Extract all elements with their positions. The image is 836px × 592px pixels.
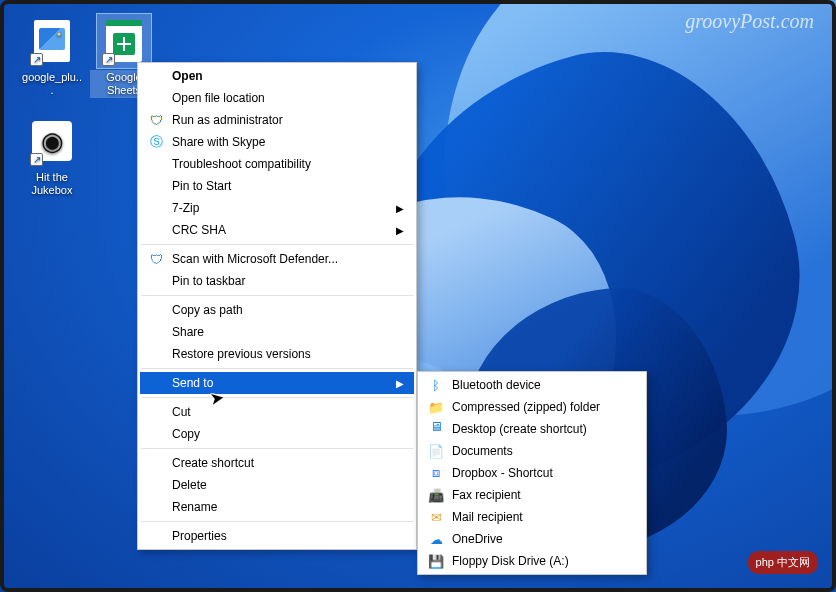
onedrive-icon: ☁ <box>428 531 444 547</box>
submenu-item-label: Fax recipient <box>452 488 521 502</box>
submenu-item-label: Floppy Disk Drive (A:) <box>452 554 569 568</box>
floppy-icon: 💾 <box>428 553 444 569</box>
submenu-item-mail[interactable]: ✉Mail recipient <box>420 506 644 528</box>
watermark-text: groovyPost.com <box>685 10 814 33</box>
menu-separator <box>141 295 413 296</box>
shield-icon: 🛡 <box>148 112 164 128</box>
submenu-item-onedrive[interactable]: ☁OneDrive <box>420 528 644 550</box>
menu-separator <box>141 397 413 398</box>
send-to-submenu: ᛒBluetooth device📁Compressed (zipped) fo… <box>417 371 647 575</box>
fax-icon: 📠 <box>428 487 444 503</box>
desktop-icon-label: google_plu... <box>18 70 86 98</box>
menu-item-label: CRC SHA <box>172 223 226 237</box>
submenu-item-floppy[interactable]: 💾Floppy Disk Drive (A:) <box>420 550 644 572</box>
shortcut-overlay-icon: ↗ <box>30 153 43 166</box>
menu-item-label: Scan with Microsoft Defender... <box>172 252 338 266</box>
menu-separator <box>141 368 413 369</box>
shortcut-overlay-icon: ↗ <box>30 53 43 66</box>
submenu-arrow-icon: ▶ <box>396 378 404 389</box>
menu-item-copy[interactable]: Copy <box>140 423 414 445</box>
submenu-item-label: Dropbox - Shortcut <box>452 466 553 480</box>
menu-item-label: 7-Zip <box>172 201 199 215</box>
submenu-arrow-icon: ▶ <box>396 203 404 214</box>
shortcut-overlay-icon: ↗ <box>102 53 115 66</box>
submenu-item-label: OneDrive <box>452 532 503 546</box>
menu-item-delete[interactable]: Delete <box>140 474 414 496</box>
desktop-icon-google-plus[interactable]: ↗ google_plu... <box>18 14 86 98</box>
skype-icon: Ⓢ <box>148 134 164 150</box>
menu-item-label: Open <box>172 69 203 83</box>
desktop-icon-label: Hit the Jukebox <box>18 170 86 198</box>
menu-item-run-admin[interactable]: 🛡Run as administrator <box>140 109 414 131</box>
bluetooth-icon: ᛒ <box>428 377 444 393</box>
menu-item-label: Send to <box>172 376 213 390</box>
submenu-item-dropbox[interactable]: ⧈Dropbox - Shortcut <box>420 462 644 484</box>
submenu-item-label: Documents <box>452 444 513 458</box>
menu-item-properties[interactable]: Properties <box>140 525 414 547</box>
menu-item-troubleshoot[interactable]: Troubleshoot compatibility <box>140 153 414 175</box>
menu-item-label: Create shortcut <box>172 456 254 470</box>
menu-item-share[interactable]: Share <box>140 321 414 343</box>
menu-item-label: Delete <box>172 478 207 492</box>
menu-item-label: Properties <box>172 529 227 543</box>
menu-item-copy-path[interactable]: Copy as path <box>140 299 414 321</box>
menu-item-send-to[interactable]: Send to▶ <box>140 372 414 394</box>
menu-item-label: Pin to taskbar <box>172 274 245 288</box>
menu-item-label: Share with Skype <box>172 135 265 149</box>
documents-icon: 📄 <box>428 443 444 459</box>
menu-item-label: Open file location <box>172 91 265 105</box>
menu-separator <box>141 244 413 245</box>
menu-item-label: Pin to Start <box>172 179 231 193</box>
menu-item-rename[interactable]: Rename <box>140 496 414 518</box>
mail-icon: ✉ <box>428 509 444 525</box>
submenu-item-fax[interactable]: 📠Fax recipient <box>420 484 644 506</box>
menu-item-restore-versions[interactable]: Restore previous versions <box>140 343 414 365</box>
desktop-shortcut-icon: 🖥 <box>428 418 444 434</box>
site-badge: php 中文网 <box>748 551 818 574</box>
submenu-item-zipped[interactable]: 📁Compressed (zipped) folder <box>420 396 644 418</box>
menu-separator <box>141 521 413 522</box>
menu-item-label: Restore previous versions <box>172 347 311 361</box>
submenu-item-bluetooth[interactable]: ᛒBluetooth device <box>420 374 644 396</box>
submenu-item-documents[interactable]: 📄Documents <box>420 440 644 462</box>
submenu-arrow-icon: ▶ <box>396 225 404 236</box>
submenu-item-label: Compressed (zipped) folder <box>452 400 600 414</box>
menu-item-label: Troubleshoot compatibility <box>172 157 311 171</box>
menu-item-label: Run as administrator <box>172 113 283 127</box>
submenu-item-label: Desktop (create shortcut) <box>452 422 587 436</box>
menu-item-open[interactable]: Open <box>140 65 414 87</box>
desktop-icon-jukebox[interactable]: ↗ Hit the Jukebox <box>18 114 86 198</box>
menu-item-open-location[interactable]: Open file location <box>140 87 414 109</box>
menu-item-label: Rename <box>172 500 217 514</box>
menu-item-7zip[interactable]: 7-Zip▶ <box>140 197 414 219</box>
menu-item-pin-start[interactable]: Pin to Start <box>140 175 414 197</box>
zipped-icon: 📁 <box>428 399 444 415</box>
menu-item-label: Share <box>172 325 204 339</box>
menu-item-cut[interactable]: Cut <box>140 401 414 423</box>
submenu-item-label: Mail recipient <box>452 510 523 524</box>
dropbox-icon: ⧈ <box>428 465 444 481</box>
submenu-item-label: Bluetooth device <box>452 378 541 392</box>
menu-separator <box>141 448 413 449</box>
menu-item-crc-sha[interactable]: CRC SHA▶ <box>140 219 414 241</box>
menu-item-pin-taskbar[interactable]: Pin to taskbar <box>140 270 414 292</box>
menu-item-label: Copy as path <box>172 303 243 317</box>
context-menu: OpenOpen file location🛡Run as administra… <box>137 62 417 550</box>
defender-icon: 🛡 <box>148 251 164 267</box>
menu-item-create-shortcut[interactable]: Create shortcut <box>140 452 414 474</box>
submenu-item-desktop-shortcut[interactable]: 🖥Desktop (create shortcut) <box>420 418 644 440</box>
menu-item-label: Cut <box>172 405 191 419</box>
menu-item-label: Copy <box>172 427 200 441</box>
menu-item-share-skype[interactable]: ⓈShare with Skype <box>140 131 414 153</box>
menu-item-scan-defender[interactable]: 🛡Scan with Microsoft Defender... <box>140 248 414 270</box>
